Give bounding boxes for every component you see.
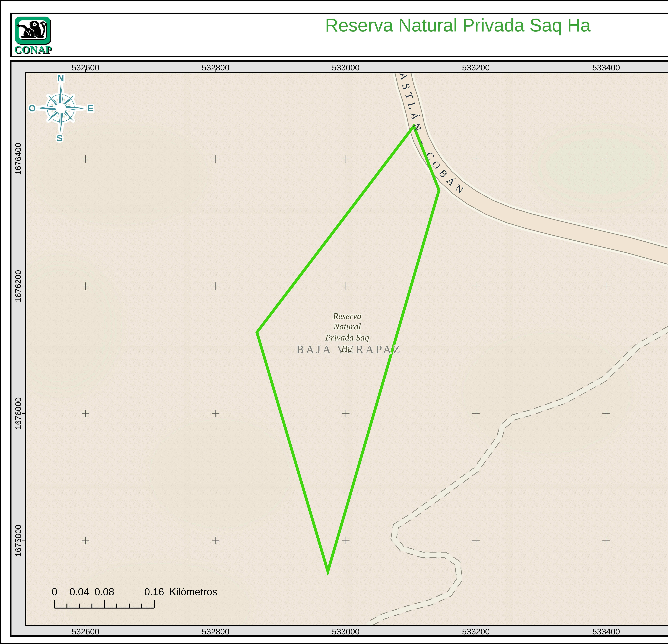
svg-text:0.16: 0.16 — [144, 586, 164, 597]
svg-text:CONAP: CONAP — [14, 44, 52, 56]
svg-text:S: S — [57, 133, 62, 143]
svg-text:Natural: Natural — [333, 321, 361, 331]
svg-text:O: O — [29, 103, 36, 113]
svg-text:0.04: 0.04 — [70, 586, 89, 597]
svg-text:0.08: 0.08 — [94, 586, 114, 597]
svg-text:E: E — [87, 103, 93, 113]
svg-text:N: N — [58, 73, 64, 83]
svg-text:Privada Saq: Privada Saq — [325, 333, 369, 342]
svg-text:Kilómetros: Kilómetros — [169, 586, 217, 597]
svg-text:0: 0 — [52, 586, 57, 597]
svg-text:Reserva: Reserva — [333, 311, 362, 321]
svg-text:Ha: Ha — [341, 344, 352, 354]
